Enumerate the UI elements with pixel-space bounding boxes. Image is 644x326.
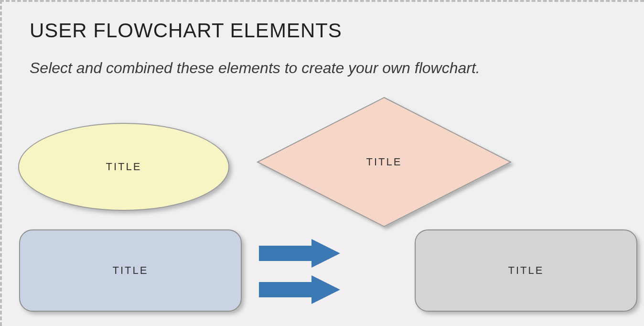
arrow-right-icon — [259, 239, 340, 268]
page-title: USER FLOWCHART ELEMENTS — [30, 19, 342, 42]
svg-marker-0 — [258, 98, 511, 227]
flowchart-arrow-right-1[interactable] — [259, 239, 340, 268]
terminator-label: TITLE — [106, 161, 142, 173]
diagram-canvas: USER FLOWCHART ELEMENTS Select and combi… — [0, 0, 644, 326]
arrow-right-icon — [259, 275, 340, 304]
diamond-icon — [250, 90, 518, 234]
flowchart-process-shape-grey[interactable]: TITLE — [415, 229, 637, 312]
svg-marker-2 — [259, 275, 340, 304]
svg-marker-1 — [259, 239, 340, 268]
flowchart-arrow-right-2[interactable] — [259, 275, 340, 304]
flowchart-decision-shape[interactable]: TITLE — [250, 90, 518, 234]
process-blue-label: TITLE — [113, 264, 149, 277]
page-subtitle: Select and combined these elements to cr… — [30, 59, 480, 77]
flowchart-process-shape-blue[interactable]: TITLE — [19, 229, 242, 312]
process-grey-label: TITLE — [508, 264, 544, 277]
flowchart-terminator-shape[interactable]: TITLE — [18, 123, 229, 211]
